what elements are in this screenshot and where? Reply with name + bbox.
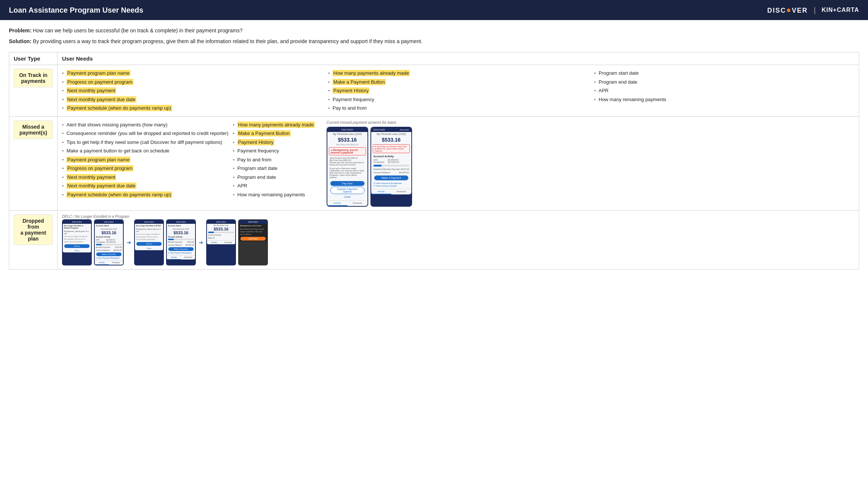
phone-account-activity-2: Account Activity: [371, 154, 411, 158]
missed-end-date: Program end date: [233, 173, 322, 182]
phone-amount-2: $533.16: [371, 136, 411, 144]
missed-tips: Tips to get help if they need some (call…: [62, 138, 229, 147]
need-payments-made: How many payments already made: [328, 69, 588, 78]
needs-table: User Type User Needs On Track inpayments…: [9, 52, 859, 270]
dropped-phone-inner-c: DISCOVER No Longer Enrolled in BTAP Mont…: [135, 220, 163, 250]
dropped-phone-inner-f: DISCOVER Montgomery, we're here We under…: [239, 220, 267, 241]
phone-tabs-1: Activity Schedule: [327, 200, 367, 206]
dropped-phone-b: DISCOVER Account Home Pay Next Due 1234 …: [94, 219, 124, 265]
need-payment-history: Payment History: [328, 86, 588, 95]
on-track-col3: Program start date Program end date APR …: [594, 69, 854, 113]
phone-header-2: DISCOVER Accounts: [371, 128, 411, 132]
dph-btn-d: Make a Payment: [168, 247, 194, 251]
dropped-phone-f: DISCOVER Montgomery, we're here We under…: [238, 219, 268, 265]
phone-discover-2: DISCOVER: [373, 129, 385, 131]
phone-progress-range-2: $2,800.00 / $12,000.00: [388, 159, 409, 163]
missed-frequency: Payment frequency: [233, 146, 322, 155]
solution-statement: Solution: By providing users a way to tr…: [9, 38, 859, 45]
page-title: Loan Assistance Program User Needs: [9, 6, 143, 14]
missed-pay-to-from: Pay to and from: [233, 155, 322, 164]
need-start-date: Program start date: [594, 69, 854, 78]
dropped-section-label: DPLC / No Longer Enrolled in a Program: [62, 215, 854, 219]
dropped-phone-d: DISCOVER Account Home Pay Next Due 1234 …: [166, 219, 196, 265]
missed-next-payment: Next monthly payment: [62, 173, 229, 182]
phone-pay-now-1: Pay Now: [330, 181, 365, 186]
missed-due-date: Next monthly payment due date: [62, 181, 229, 190]
col-user-needs: User Needs: [58, 52, 859, 65]
missed-row-content: Alert that shows missing payments (how m…: [62, 120, 854, 207]
on-track-list-2: How many payments already made Make a Pa…: [328, 69, 588, 113]
dropped-phone-inner-d: DISCOVER Account Home Pay Next Due 1234 …: [167, 220, 195, 259]
phone-progress-bar-2: [373, 165, 409, 167]
dph-loan-b: Pay Next Due 1234: [95, 228, 123, 231]
on-track-list-1: Payment program plan name Progress on pa…: [62, 69, 322, 113]
page-header: Loan Assistance Program User Needs DISC●…: [0, 0, 868, 20]
dph-header-e: DISCOVER: [207, 220, 235, 224]
table-header-row: User Type User Needs: [9, 52, 859, 65]
phone-progress-label-2: 23% Completed: [373, 159, 388, 163]
need-schedule: Payment schedule (when do payments ramp …: [62, 104, 322, 113]
kincarta-logo: KIN+CARTA: [822, 7, 859, 13]
dph-title-a: No Longer Enrolled in Defend Program: [63, 224, 91, 230]
dph-header-f: DISCOVER: [239, 220, 267, 224]
dropped-screenshots-row: DISCOVER No Longer Enrolled in Defend Pr…: [62, 219, 854, 265]
dph-title-c: No Longer Enrolled in BTAP: [135, 224, 163, 228]
dropped-phone-e: DISCOVER My Personal Loan $533.16 Accoun…: [206, 219, 236, 265]
phone-balance-label-2: Account Balance: [373, 171, 390, 174]
missed-list-2: How many payments already made Make a Pa…: [233, 120, 322, 199]
phone-progress-fill-2: [373, 165, 382, 167]
missed-needs: Alert that shows missing payments (how m…: [58, 116, 859, 210]
need-remaining: How many remaining payments: [594, 95, 854, 104]
phone-alert-box-1: ● Montgomery, you've missed a payment: [329, 147, 366, 155]
dph-loan-d: Pay Next Due 1234: [167, 228, 195, 231]
phone-body-text-1: Total Amount Due $1,065.52Min Due Due $5…: [327, 156, 367, 167]
phone-amount-1: $533.16: [327, 136, 367, 144]
dropped-phone-c: DISCOVER No Longer Enrolled in BTAP Mont…: [134, 219, 164, 265]
dph-text-f: We understand things can be tough someti…: [239, 228, 267, 236]
dph-amount-d: $533.16: [167, 231, 195, 235]
user-type-on-track: On Track inpayments: [9, 65, 58, 117]
phone-loan-label-2: My Personal Loan (1234): [371, 132, 411, 136]
arrow-1: ➜: [126, 219, 132, 265]
dph-header-d: DISCOVER: [167, 220, 195, 224]
dph-text-c: You are no longer enrolled in this progr…: [135, 233, 163, 241]
tab-schedule-1: Schedule: [347, 201, 367, 206]
dph-close-a: Close: [63, 249, 91, 252]
phone-mock-2: DISCOVER Accounts My Personal Loan (1234…: [370, 127, 412, 207]
need-frequency: Payment frequency: [328, 95, 588, 104]
need-progress: Progress on payment program: [62, 78, 322, 87]
dph-activity-b: Account Activity: [95, 235, 123, 238]
phone-accounts-2: Accounts: [400, 129, 409, 131]
dph-title-f: Montgomery, we're here: [239, 224, 267, 228]
phone-links-2: ☑ View Payment Breakdown⊙ View Account D…: [371, 181, 411, 188]
need-apr: APR: [594, 86, 854, 95]
missed-screens-row: DISCOVER My Personal Loan (1234) $533.16…: [327, 127, 416, 207]
on-track-col2: How many payments already made Make a Pa…: [328, 69, 588, 113]
dropped-label: Dropped froma payment plan: [14, 215, 53, 245]
user-type-dropped: Dropped froma payment plan: [9, 210, 58, 269]
missed-remaining: How many remaining payments: [233, 190, 322, 199]
phone-payment-row-2: Standard Monthly Payment $124.69: [371, 167, 411, 171]
phone-close-1: Close: [327, 195, 367, 200]
problem-statement: Problem: How can we help users be succes…: [9, 27, 859, 35]
dropped-phone-inner-b: DISCOVER Account Home Pay Next Due 1234 …: [95, 220, 123, 265]
on-track-label: On Track inpayments: [14, 69, 53, 87]
phone-inner-2: DISCOVER Accounts My Personal Loan (1234…: [371, 128, 411, 194]
missed-screenshot-label: Current missed payment screens for loans: [327, 120, 416, 125]
dph-btn-b: Make a Payment: [96, 252, 122, 256]
need-due-date: Next monthly payment due date: [62, 95, 322, 104]
need-pay-to-from: Pay to and from: [328, 104, 588, 113]
dph-body-c: Montgomery, please give us a call: [135, 228, 163, 233]
phone-alert-title-1: ● Montgomery, you've missed a payment: [331, 149, 364, 154]
phone-make-payment-2: Make a Payment: [374, 175, 408, 180]
dph-bar-d: [168, 239, 194, 240]
dph-loan-e: My Personal Loan: [207, 224, 235, 227]
on-track-list-3: Program start date Program end date APR …: [594, 69, 854, 104]
dropped-phone-a: DISCOVER No Longer Enrolled in Defend Pr…: [62, 219, 92, 265]
solution-body: By providing users a way to track their …: [33, 38, 422, 44]
need-payment-button: Make a Payment Button: [328, 78, 588, 87]
missed-plan-name: Payment program plan name: [62, 155, 229, 164]
phone-alert-box-2: ● You have an Amount Past Due of $533.16…: [373, 144, 410, 153]
phone-due-1: Pay Next Due $533.16: [327, 144, 367, 146]
phone-tabs-2: Activity Schedule: [371, 189, 411, 194]
